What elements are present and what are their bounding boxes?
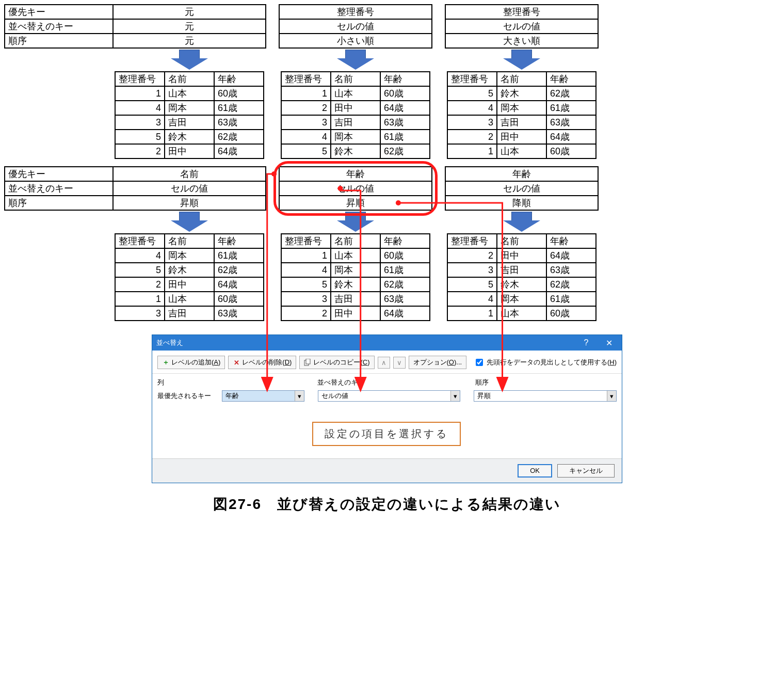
sort-key-label: 並べ替えのキー (5, 19, 113, 34)
down-arrow-icon (503, 212, 540, 232)
result-table: 整理番号名前年齢 1山本60歳 4岡本61歳 5鈴木62歳 3吉田63歳 2田中… (281, 233, 430, 321)
add-level-button[interactable]: ＋ レベルの追加(A) (157, 356, 225, 369)
chevron-down-icon: ▾ (450, 391, 460, 401)
priority-key-label: 優先キー (5, 5, 113, 19)
config-table: 年齢 セルの値 降順 (445, 166, 599, 211)
close-icon[interactable]: ✕ (600, 336, 618, 349)
sort-dialog: 並べ替え ? ✕ ＋ レベルの追加(A) ✕ レベルの削除(D) レベルのコピー… (152, 335, 622, 483)
sort-key-combo[interactable]: セルの値▾ (318, 390, 461, 402)
order-value: 元 (113, 34, 266, 48)
config-table: 整理番号 セルの値 小さい順 (279, 4, 432, 49)
chevron-down-icon: ▾ (607, 391, 616, 401)
copy-level-button[interactable]: レベルのコピー(C) (299, 356, 374, 369)
result-table: 整理番号名前年齢 5鈴木62歳 4岡本61歳 3吉田63歳 2田中64歳 1山本… (447, 71, 596, 159)
callout-box: 設定の項目を選択する (312, 422, 461, 446)
ok-button[interactable]: OK (518, 464, 552, 478)
help-icon[interactable]: ? (577, 336, 595, 349)
chevron-down-icon: ▾ (295, 391, 304, 401)
result-table: 整理番号名前年齢 1山本60歳 2田中64歳 3吉田63歳 4岡本61歳 5鈴木… (281, 71, 430, 159)
dialog-title: 並べ替え (156, 338, 183, 347)
config-table: 優先キー 元 並べ替えのキー 元 順序 元 (4, 4, 266, 49)
result-table: 整理番号名前年齢 4岡本61歳 5鈴木62歳 2田中64歳 1山本60歳 3吉田… (115, 233, 264, 321)
chevron-down-icon: ∨ (397, 359, 402, 367)
dialog-titlebar: 並べ替え ? ✕ (152, 335, 622, 351)
svg-rect-1 (306, 359, 310, 364)
move-up-button[interactable]: ∧ (378, 357, 390, 369)
x-icon: ✕ (233, 359, 240, 366)
delete-level-button[interactable]: ✕ レベルの削除(D) (228, 356, 296, 369)
result-table: 整理番号名前年齢 2田中64歳 3吉田63歳 5鈴木62歳 4岡本61歳 1山本… (447, 233, 596, 321)
header-row-checkbox-input[interactable] (476, 359, 483, 366)
sort-key-value: 元 (113, 19, 266, 34)
sort-column-combo[interactable]: 年齢▾ (222, 390, 304, 402)
down-arrow-icon (115, 50, 264, 70)
down-arrow-icon (115, 212, 264, 232)
down-arrow-icon (337, 50, 374, 70)
dialog-toolbar: ＋ レベルの追加(A) ✕ レベルの削除(D) レベルのコピー(C) ∧ ∨ オ… (152, 351, 622, 374)
down-arrow-icon (503, 50, 540, 70)
move-down-button[interactable]: ∨ (393, 357, 406, 369)
config-table: 優先キー名前 並べ替えのキーセルの値 順序昇順 (4, 166, 266, 211)
config-table-highlighted: 年齢 セルの値 昇順 (279, 166, 432, 211)
options-button[interactable]: オプション(O)... (409, 356, 467, 369)
config-table: 整理番号 セルの値 大きい順 (445, 4, 599, 49)
cancel-button[interactable]: キャンセル (557, 464, 615, 478)
order-label: 順序 (5, 34, 113, 48)
copy-icon (304, 359, 311, 366)
dialog-columns-header: 列 並べ替えのキー 順序 (157, 378, 617, 387)
sort-order-combo[interactable]: 昇順▾ (474, 390, 617, 402)
plus-icon: ＋ (162, 359, 169, 366)
result-table: 整理番号名前年齢 1山本60歳 4岡本61歳 3吉田63歳 5鈴木62歳 2田中… (115, 71, 264, 159)
priority-key-value: 元 (113, 5, 266, 19)
header-row-checkbox[interactable]: 先頭行をデータの見出しとして使用する(H) (474, 357, 617, 368)
down-arrow-icon (337, 212, 374, 232)
primary-key-label: 最優先されるキー (157, 391, 217, 401)
chevron-up-icon: ∧ (381, 359, 386, 367)
figure-caption: 図27-6 並び替えの設定の違いによる結果の違い (4, 495, 770, 514)
